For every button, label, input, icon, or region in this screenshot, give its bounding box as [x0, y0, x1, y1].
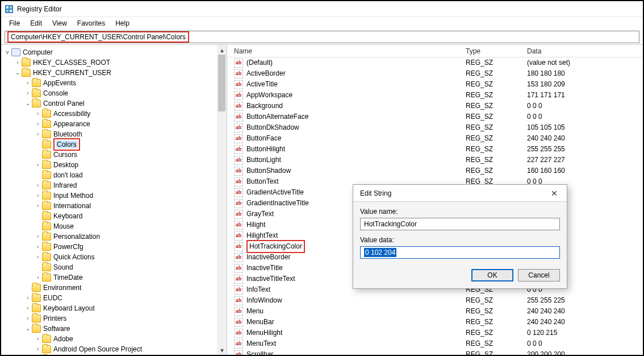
chevron-icon[interactable]: ›: [34, 119, 42, 129]
tree-root[interactable]: vComputer: [1, 47, 227, 57]
tree-item[interactable]: Keyboard: [1, 211, 227, 221]
table-row[interactable]: abBackgroundREG_SZ0 0 0: [227, 101, 643, 111]
tree-item[interactable]: ›TimeDate: [1, 272, 227, 283]
chevron-icon[interactable]: ⌄: [24, 324, 32, 334]
scroll-thumb[interactable]: [218, 55, 225, 111]
table-row[interactable]: abActiveTitleREG_SZ153 180 209: [227, 79, 643, 90]
tree-item[interactable]: Mouse: [1, 221, 227, 231]
tree-label: PowerCfg: [53, 242, 83, 252]
chevron-icon[interactable]: ›: [24, 88, 32, 98]
table-row[interactable]: abMenuHilightREG_SZ0 120 215: [227, 328, 643, 338]
close-icon[interactable]: ✕: [547, 188, 561, 199]
chevron-icon[interactable]: ›: [14, 57, 22, 68]
tree-item[interactable]: ›Quick Actions: [1, 252, 227, 262]
table-row[interactable]: abMenuREG_SZ240 240 240: [227, 306, 643, 317]
address-bar[interactable]: Computer\HKEY_CURRENT_USER\Control Panel…: [5, 31, 639, 43]
chevron-icon[interactable]: ›: [34, 129, 42, 139]
tree-item[interactable]: ›Console: [1, 88, 227, 98]
chevron-icon[interactable]: ›: [34, 231, 42, 242]
tree-item[interactable]: ›Input Method: [1, 191, 227, 201]
menu-favorites[interactable]: Favorites: [73, 18, 110, 28]
tree-item[interactable]: ⌄HKEY_CURRENT_USER: [1, 68, 227, 78]
ok-button[interactable]: OK: [471, 269, 513, 282]
value-data-field[interactable]: 0 102 204: [360, 246, 560, 259]
chevron-icon[interactable]: ›: [34, 191, 42, 201]
table-row[interactable]: abInfoWindowREG_SZ255 255 225: [227, 295, 643, 306]
table-row[interactable]: abButtonAlternateFaceREG_SZ0 0 0: [227, 111, 643, 122]
chevron-icon[interactable]: ›: [34, 160, 42, 170]
tree-item[interactable]: ›Bluetooth: [1, 129, 227, 139]
value-type: REG_SZ: [466, 79, 527, 90]
chevron-icon[interactable]: ›: [24, 313, 32, 324]
scroll-down-icon[interactable]: ▾: [217, 345, 227, 355]
tree-item[interactable]: Cursors: [1, 150, 227, 160]
table-row[interactable]: abMenuTextREG_SZ0 0 0: [227, 338, 643, 349]
tree-item[interactable]: ›AppDataLow: [1, 354, 227, 355]
scroll-up-icon[interactable]: ▴: [217, 45, 227, 55]
chevron-icon[interactable]: ›: [24, 78, 32, 88]
table-row[interactable]: abButtonFaceREG_SZ240 240 240: [227, 133, 643, 144]
tree-item[interactable]: ›Printers: [1, 313, 227, 324]
table-row[interactable]: abMenuBarREG_SZ240 240 240: [227, 317, 643, 328]
menu-edit[interactable]: Edit: [26, 18, 47, 28]
tree-item[interactable]: ›Personalization: [1, 231, 227, 242]
tree-item[interactable]: ›Keyboard Layout: [1, 303, 227, 313]
table-row[interactable]: abButtonShadowREG_SZ160 160 160: [227, 165, 643, 176]
tree-item[interactable]: Colors: [1, 139, 227, 150]
chevron-icon[interactable]: ⌄: [14, 68, 22, 78]
chevron-icon[interactable]: ›: [34, 201, 42, 211]
tree-item[interactable]: ›HKEY_CLASSES_ROOT: [1, 57, 227, 68]
table-row[interactable]: abButtonDkShadowREG_SZ105 105 105: [227, 122, 643, 133]
value-data: 0 0 0: [527, 111, 643, 122]
table-row[interactable]: abButtonHilightREG_SZ255 255 255: [227, 144, 643, 155]
table-row[interactable]: ab(Default)REG_SZ(value not set): [227, 57, 643, 68]
value-name: ActiveTitle: [246, 79, 278, 90]
col-header-name[interactable]: Name: [227, 47, 466, 55]
tree-item[interactable]: ⌄Software: [1, 324, 227, 334]
value-name: GradientActiveTitle: [246, 187, 304, 198]
chevron-icon[interactable]: ›: [24, 293, 32, 303]
tree-item[interactable]: ›EUDC: [1, 293, 227, 303]
menu-file[interactable]: File: [5, 18, 24, 28]
tree-item[interactable]: Sound: [1, 262, 227, 272]
tree-item[interactable]: ›Appearance: [1, 119, 227, 129]
value-name-field[interactable]: HotTrackingColor: [360, 218, 560, 230]
menu-view[interactable]: View: [48, 18, 72, 28]
value-type: REG_SZ: [466, 90, 527, 101]
chevron-icon[interactable]: ›: [34, 242, 42, 252]
tree-item[interactable]: ⌄Control Panel: [1, 98, 227, 109]
tree-item[interactable]: ›Infrared: [1, 180, 227, 191]
tree-item[interactable]: don't load: [1, 170, 227, 180]
col-header-type[interactable]: Type: [466, 47, 527, 55]
table-row[interactable]: abAppWorkspaceREG_SZ171 171 171: [227, 90, 643, 101]
chevron-icon[interactable]: ›: [34, 252, 42, 262]
menu-help[interactable]: Help: [111, 18, 134, 28]
table-row[interactable]: abActiveBorderREG_SZ180 180 180: [227, 68, 643, 79]
tree-item[interactable]: ›PowerCfg: [1, 242, 227, 252]
chevron-icon[interactable]: ⌄: [24, 98, 32, 109]
table-row[interactable]: abScrollbarREG_SZ200 200 200: [227, 349, 643, 355]
chevron-icon[interactable]: ›: [34, 334, 42, 344]
value-data: 240 240 240: [527, 133, 643, 144]
chevron-icon[interactable]: ›: [24, 303, 32, 313]
tree-item[interactable]: ›Adobe: [1, 334, 227, 344]
tree-item[interactable]: ›AppEvents: [1, 78, 227, 88]
tree-item[interactable]: ›Accessibility: [1, 109, 227, 119]
tree-item[interactable]: ›International: [1, 201, 227, 211]
tree-item[interactable]: ›Desktop: [1, 160, 227, 170]
tree-item[interactable]: Environment: [1, 283, 227, 293]
chevron-icon[interactable]: ›: [34, 180, 42, 191]
cancel-button[interactable]: Cancel: [518, 269, 560, 282]
chevron-icon[interactable]: ›: [34, 354, 42, 355]
chevron-icon[interactable]: ›: [34, 109, 42, 119]
table-row[interactable]: abButtonLightREG_SZ227 227 227: [227, 155, 643, 165]
chevron-icon[interactable]: ›: [34, 272, 42, 283]
tree-scrollbar[interactable]: ▴ ▾: [217, 45, 227, 355]
dialog-title-bar[interactable]: Edit String ✕: [353, 185, 567, 202]
tree[interactable]: vComputer›HKEY_CLASSES_ROOT⌄HKEY_CURRENT…: [1, 45, 227, 355]
tree-item[interactable]: ›Android Open Source Project: [1, 344, 227, 354]
chevron-icon[interactable]: ›: [34, 344, 42, 354]
value-type: REG_SZ: [466, 122, 527, 133]
col-header-data[interactable]: Data: [527, 47, 643, 55]
value-data: 200 200 200: [527, 349, 643, 355]
